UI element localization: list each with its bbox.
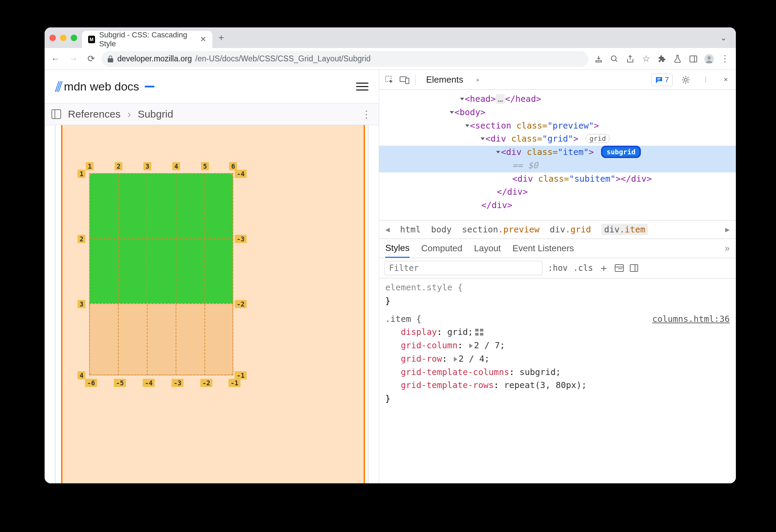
- grid-badge[interactable]: grid: [586, 134, 610, 143]
- subgrid-badge[interactable]: subgrid: [601, 146, 641, 158]
- dom-node[interactable]: <div class="subitem"></div>: [379, 172, 736, 186]
- rule-header: .item { columns.html:36: [385, 313, 730, 326]
- inspect-element-icon[interactable]: [383, 73, 396, 87]
- toolbar: ← → ⟳ developer.mozilla.org/en-US/docs/W…: [45, 48, 736, 70]
- address-bar[interactable]: developer.mozilla.org/en-US/docs/Web/CSS…: [102, 51, 588, 67]
- install-icon[interactable]: [591, 51, 606, 66]
- side-toggle-icon[interactable]: [630, 264, 638, 272]
- subtab-computed[interactable]: Computed: [421, 243, 462, 254]
- grid-glyph-icon[interactable]: [475, 329, 484, 336]
- reload-button[interactable]: ⟳: [84, 51, 99, 66]
- styles-pane[interactable]: element.style { } .item { columns.html:3…: [379, 278, 736, 483]
- bookmark-icon[interactable]: ☆: [638, 51, 654, 66]
- dom-node[interactable]: <head>…</head>: [379, 93, 736, 106]
- tabs-overflow-icon[interactable]: ⌄: [716, 33, 731, 43]
- styles-filter-input[interactable]: [385, 261, 542, 275]
- cls-toggle[interactable]: .cls: [573, 263, 593, 273]
- settings-icon[interactable]: [679, 73, 693, 87]
- labs-icon[interactable]: [670, 51, 685, 66]
- side-panel-icon[interactable]: [686, 51, 701, 66]
- titlebar: M Subgrid - CSS: Cascading Style ✕ + ⌄: [45, 27, 736, 48]
- breadcrumb-bar: References › Subgrid ⋮: [45, 103, 379, 125]
- grid-line-label: 2: [115, 162, 122, 170]
- close-devtools-icon[interactable]: ✕: [719, 73, 732, 87]
- rule-selector[interactable]: .item {: [385, 313, 421, 326]
- grid-line-label: -6: [85, 379, 97, 387]
- svg-rect-8: [657, 80, 660, 80]
- article-actions-icon[interactable]: ⋮: [362, 109, 372, 120]
- dom-node-selected[interactable]: <div class="item"> subgrid: [379, 146, 736, 159]
- elements-tab[interactable]: Elements: [420, 70, 469, 89]
- mdn-logo-text: mdn web docs: [64, 80, 139, 93]
- toolbar-actions: ☆ ⋮: [591, 51, 732, 66]
- dom-node[interactable]: <div class="grid"> grid: [379, 132, 736, 146]
- hamburger-menu-button[interactable]: [356, 83, 368, 90]
- path-seg[interactable]: html: [400, 225, 421, 234]
- url-path: /en-US/docs/Web/CSS/CSS_Grid_Layout/Subg…: [195, 54, 371, 63]
- path-seg-active[interactable]: div.item: [601, 224, 648, 235]
- devtools-menu-icon[interactable]: ⋮: [699, 73, 713, 87]
- lock-icon: [107, 55, 114, 63]
- path-seg[interactable]: section.preview: [462, 225, 540, 234]
- dom-tree[interactable]: <head>…</head> <body> <section class="pr…: [379, 90, 736, 220]
- extensions-icon[interactable]: [654, 51, 669, 66]
- more-subtabs-icon[interactable]: »: [725, 243, 730, 254]
- minimize-window-button[interactable]: [60, 35, 67, 41]
- new-rule-icon[interactable]: ＋: [599, 261, 609, 275]
- mdn-logo[interactable]: /// mdn web docs: [55, 77, 154, 96]
- issues-badge[interactable]: 7: [651, 74, 673, 86]
- dom-node[interactable]: </div>: [379, 199, 736, 212]
- menu-icon[interactable]: ⋮: [717, 51, 732, 66]
- browser-tab[interactable]: M Subgrid - CSS: Cascading Style ✕: [82, 31, 212, 48]
- css-declaration[interactable]: grid-row: 2 / 4;: [385, 352, 730, 366]
- subtab-layout[interactable]: Layout: [474, 243, 501, 254]
- device-toggle-icon[interactable]: [398, 73, 411, 87]
- close-tab-icon[interactable]: ✕: [200, 35, 206, 44]
- grid-line-label: 2: [78, 235, 85, 243]
- subtab-styles[interactable]: Styles: [385, 239, 410, 258]
- grid-line-label: 1: [86, 162, 94, 170]
- breadcrumb-references[interactable]: References: [68, 108, 120, 120]
- rule-inline[interactable]: element.style { }: [385, 281, 730, 308]
- path-next-icon[interactable]: ▶: [725, 225, 730, 234]
- path-seg[interactable]: div.grid: [550, 225, 591, 234]
- issues-icon: [655, 76, 663, 83]
- more-tabs-icon[interactable]: »: [471, 73, 484, 87]
- dom-node-ghost: == $0: [379, 159, 736, 172]
- grid-line-label: -3: [172, 379, 184, 387]
- close-window-button[interactable]: [49, 35, 56, 41]
- path-seg[interactable]: body: [431, 225, 451, 234]
- path-prev-icon[interactable]: ◀: [385, 225, 390, 234]
- styles-filter-bar: :hov .cls ＋: [379, 258, 736, 278]
- profile-icon[interactable]: [702, 51, 717, 66]
- new-tab-button[interactable]: +: [214, 31, 228, 45]
- favicon-icon: M: [88, 36, 95, 43]
- forward-button[interactable]: →: [66, 51, 81, 66]
- page-viewport: /// mdn web docs References › Subgrid ⋮: [45, 70, 379, 483]
- share-icon[interactable]: [623, 51, 638, 66]
- expand-icon[interactable]: [454, 357, 457, 362]
- svg-point-3: [707, 56, 711, 60]
- dom-node[interactable]: </div>: [379, 185, 736, 199]
- devtools-panel: Elements » 7 ⋮ ✕ <head>…</head> <body: [379, 70, 736, 483]
- css-declaration[interactable]: grid-template-rows: repeat(3, 80px);: [385, 379, 730, 392]
- back-button[interactable]: ←: [48, 51, 63, 66]
- subtab-event-listeners[interactable]: Event Listeners: [513, 243, 574, 254]
- svg-point-9: [684, 78, 687, 81]
- css-declaration[interactable]: grid-template-columns: subgrid;: [385, 366, 730, 379]
- zoom-icon[interactable]: [607, 51, 622, 66]
- expand-icon[interactable]: [469, 343, 473, 348]
- tab-title: Subgrid - CSS: Cascading Style: [99, 31, 196, 48]
- sidebar-toggle-icon[interactable]: [51, 109, 61, 119]
- browser-window: M Subgrid - CSS: Cascading Style ✕ + ⌄ ←…: [45, 27, 736, 483]
- zoom-window-button[interactable]: [71, 35, 77, 41]
- rule-source-link[interactable]: columns.html:36: [652, 313, 730, 326]
- grid-line-label: 5: [201, 162, 209, 170]
- hov-toggle[interactable]: :hov: [548, 263, 568, 273]
- dom-node[interactable]: <body>: [379, 106, 736, 119]
- css-declaration[interactable]: display: grid;: [385, 326, 730, 339]
- computed-toggle-icon[interactable]: [614, 264, 624, 272]
- article-body[interactable]: 1 2 3 4 5 6 1 2 3 4 -4 -3 -2 -1: [45, 125, 379, 483]
- dom-node[interactable]: <section class="preview">: [379, 119, 736, 133]
- css-declaration[interactable]: grid-column: 2 / 7;: [385, 339, 730, 352]
